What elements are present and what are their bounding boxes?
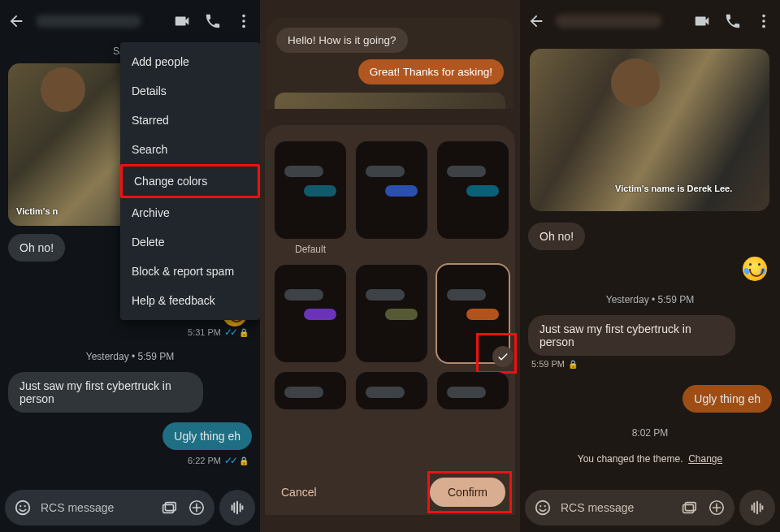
message-in[interactable]: Oh no! <box>8 234 65 262</box>
phone-call-button[interactable] <box>202 10 224 32</box>
more-options-button[interactable] <box>752 10 775 32</box>
message-in[interactable]: Just saw my first cybertruck in person <box>8 372 203 413</box>
date-separator: Yesterday • 5:59 PM <box>520 294 780 305</box>
top-bar <box>520 0 780 42</box>
phone-call-button[interactable] <box>722 10 744 32</box>
theme-swatch-olive[interactable] <box>356 265 427 362</box>
preview-message-out: Great! Thanks for asking! <box>358 59 504 84</box>
preview-message-in: Hello! How is it going? <box>276 28 408 53</box>
color-theme-sheet: Default <box>265 125 515 515</box>
gallery-icon <box>160 499 178 517</box>
compose-field[interactable]: RCS message <box>525 490 734 526</box>
svg-point-2 <box>242 25 245 28</box>
arrow-back-icon <box>7 12 25 30</box>
top-bar <box>0 0 260 42</box>
laughing-emoji-reaction[interactable] <box>743 257 767 281</box>
add-button[interactable] <box>707 498 726 517</box>
timestamp: 8:02 PM <box>520 427 780 439</box>
read-receipt-icon: ✓✓ <box>224 455 236 466</box>
theme-swatch-cyan[interactable] <box>437 141 509 239</box>
back-button[interactable] <box>525 10 548 32</box>
video-call-icon <box>693 12 711 30</box>
menu-help-feedback[interactable]: Help & feedback <box>120 286 260 315</box>
image-caption: Victim's name is Derek Lee. <box>615 184 732 193</box>
svg-point-4 <box>20 505 21 507</box>
message-out[interactable]: Ugly thing eh <box>162 422 252 450</box>
image-caption: Victim's n <box>16 206 58 216</box>
menu-block-report[interactable]: Block & report spam <box>120 257 260 286</box>
theme-swatch-default[interactable] <box>275 141 346 239</box>
theme-swatch-purple[interactable] <box>275 265 346 362</box>
timestamp: 5:59 PM <box>531 359 565 369</box>
svg-point-11 <box>762 25 765 28</box>
svg-point-5 <box>24 505 26 507</box>
svg-point-10 <box>762 19 765 23</box>
lock-icon: 🔒 <box>568 360 578 369</box>
menu-search[interactable]: Search <box>120 135 260 164</box>
lock-icon: 🔒 <box>239 456 249 465</box>
add-button[interactable] <box>187 498 206 517</box>
svg-rect-16 <box>685 503 696 511</box>
theme-preview: Hello! How is it going? Great! Thanks fo… <box>266 18 514 109</box>
more-vert-icon <box>755 12 773 30</box>
svg-point-14 <box>544 505 546 507</box>
emoji-icon <box>534 499 552 517</box>
voice-message-button[interactable] <box>739 490 775 526</box>
menu-starred[interactable]: Starred <box>120 106 260 135</box>
swatch-label: Default <box>275 244 346 255</box>
compose-placeholder: RCS message <box>41 501 151 514</box>
message-meta: 5:31 PM ✓✓ 🔒 <box>0 327 260 338</box>
message-meta: 5:59 PM 🔒 <box>520 359 780 369</box>
message-meta: 6:22 PM ✓✓ 🔒 <box>0 455 260 466</box>
voice-message-button[interactable] <box>219 490 255 526</box>
cancel-button[interactable]: Cancel <box>275 478 323 507</box>
contact-name <box>36 15 141 28</box>
theme-swatch[interactable] <box>275 372 346 409</box>
svg-point-3 <box>16 501 30 515</box>
tutorial-highlight <box>427 471 512 513</box>
compose-field[interactable]: RCS message <box>5 490 214 526</box>
phone-call-icon <box>724 12 742 30</box>
compose-placeholder: RCS message <box>561 501 671 514</box>
emoji-button[interactable] <box>13 498 32 517</box>
video-call-icon <box>173 12 191 30</box>
svg-point-0 <box>242 15 245 18</box>
svg-point-12 <box>536 501 550 515</box>
overflow-menu: Add people Details Starred Search Change… <box>120 42 260 320</box>
more-options-button[interactable] <box>232 10 255 32</box>
timestamp: 6:22 PM <box>188 456 221 465</box>
arrow-back-icon <box>527 12 545 30</box>
svg-point-13 <box>540 505 541 507</box>
emoji-icon <box>14 499 32 517</box>
gallery-button[interactable] <box>679 498 699 517</box>
emoji-button[interactable] <box>533 498 552 517</box>
video-call-button[interactable] <box>171 10 193 32</box>
message-out[interactable]: Ugly thing eh <box>682 385 772 413</box>
message-in[interactable]: Oh no! <box>528 223 585 250</box>
change-theme-link[interactable]: Change <box>688 453 722 465</box>
system-message: You changed the theme. Change <box>520 453 780 465</box>
image-message[interactable]: Victim's name is Derek Lee. <box>530 49 769 211</box>
audio-wave-icon <box>748 499 766 517</box>
read-receipt-icon: ✓✓ <box>224 327 236 338</box>
gallery-button[interactable] <box>159 498 179 517</box>
plus-icon <box>188 499 206 517</box>
menu-details[interactable]: Details <box>120 76 260 106</box>
menu-delete[interactable]: Delete <box>120 227 260 257</box>
message-in[interactable]: Just saw my first cybertruck in person <box>528 315 735 356</box>
audio-wave-icon <box>228 499 246 517</box>
theme-swatch[interactable] <box>437 372 509 409</box>
svg-point-1 <box>242 19 245 23</box>
menu-add-people[interactable]: Add people <box>120 47 260 76</box>
menu-change-colors[interactable]: Change colors <box>120 164 260 198</box>
theme-swatch-blue[interactable] <box>356 141 427 239</box>
timestamp: 5:31 PM <box>188 327 221 337</box>
gallery-icon <box>680 499 698 517</box>
menu-archive[interactable]: Archive <box>120 198 260 227</box>
video-call-button[interactable] <box>691 10 713 32</box>
plus-icon <box>708 499 726 517</box>
svg-point-9 <box>762 15 765 18</box>
theme-swatch[interactable] <box>356 372 427 409</box>
lock-icon: 🔒 <box>239 328 249 337</box>
back-button[interactable] <box>5 10 28 32</box>
